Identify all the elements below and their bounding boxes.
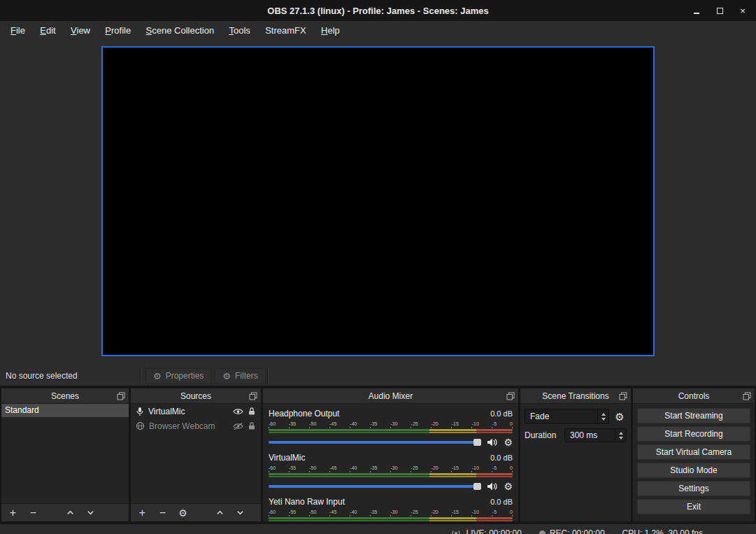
arrow-down-icon [601, 418, 606, 421]
volume-meter [269, 432, 513, 433]
menu-scene-collection[interactable]: Scene Collection [140, 21, 221, 41]
gear-icon: ⚙ [153, 372, 162, 381]
transition-properties-gear-icon[interactable]: ⚙ [613, 409, 627, 423]
obs-window: OBS 27.1.3 (linux) - Profile: James - Sc… [0, 0, 756, 534]
source-row-virtualmic[interactable]: VirtualMic [131, 404, 261, 419]
channel-name: VirtualMic [269, 453, 305, 463]
dock-popout-icon[interactable] [506, 392, 515, 400]
channel-volume-db: 0.0 dB [490, 498, 513, 506]
add-scene-button[interactable]: + [8, 507, 18, 519]
dock-popout-icon[interactable] [619, 392, 627, 400]
chevron-up-icon [66, 508, 75, 517]
chevron-down-icon [86, 508, 95, 517]
start-virtual-camera-button[interactable]: Start Virtual Camera [637, 444, 750, 460]
db-tick: 0 [510, 465, 513, 471]
channel-name: Yeti Nano Raw Input [269, 497, 345, 507]
channel-settings-gear-icon[interactable]: ⚙ [504, 437, 513, 447]
db-tick: -30 [390, 509, 397, 515]
volume-meter [269, 520, 513, 521]
combo-arrows [597, 409, 608, 423]
filters-label: Filters [235, 371, 258, 381]
visibility-off-icon[interactable] [233, 422, 243, 430]
source-move-down-button[interactable] [235, 507, 245, 519]
audio-mixer-title: Audio Mixer [369, 391, 413, 401]
speaker-icon[interactable] [487, 482, 498, 491]
start-streaming-button[interactable]: Start Streaming [637, 408, 750, 423]
minimize-button[interactable] [692, 6, 701, 15]
live-broadcast-icon [450, 529, 462, 534]
db-tick: -35 [370, 421, 377, 427]
source-move-up-button[interactable] [215, 507, 225, 519]
db-tick: -45 [329, 421, 336, 427]
rec-status: REC: 00:00:00 [539, 528, 605, 534]
db-tick: 0 [510, 421, 513, 427]
menu-file[interactable]: File [4, 21, 31, 41]
menu-streamfx[interactable]: StreamFX [259, 21, 313, 41]
settings-button[interactable]: Settings [637, 481, 750, 496]
scene-move-down-button[interactable] [85, 507, 96, 519]
scene-transitions-header: Scene Transitions [520, 388, 631, 404]
dock-popout-icon[interactable] [743, 392, 751, 400]
speaker-icon[interactable] [487, 437, 498, 447]
spin-down-button[interactable] [619, 437, 623, 440]
slider-handle[interactable] [473, 483, 481, 490]
volume-meter [269, 517, 513, 519]
remove-scene-button[interactable]: − [28, 507, 38, 519]
menu-profile[interactable]: Profile [99, 21, 137, 41]
duration-row: Duration 300 ms [525, 428, 627, 442]
menu-edit[interactable]: Edit [34, 21, 62, 41]
titlebar: OBS 27.1.3 (linux) - Profile: James - Sc… [0, 0, 756, 21]
source-row-browser-webcam[interactable]: Browser Webcam [131, 419, 261, 433]
filters-icon: ⚙ [222, 372, 231, 381]
source-properties-gear-icon[interactable]: ⚙ [178, 507, 188, 519]
start-recording-button[interactable]: Start Recording [637, 426, 750, 442]
scenes-list: Standard [1, 404, 129, 503]
properties-button[interactable]: ⚙ Properties [145, 368, 211, 384]
menu-view[interactable]: View [64, 21, 97, 41]
controls-body: Start Streaming Start Recording Start Vi… [633, 404, 755, 521]
remove-source-button[interactable]: − [157, 507, 168, 519]
volume-slider[interactable] [269, 437, 481, 447]
volume-row: ⚙ [269, 481, 513, 492]
volume-row: ⚙ [269, 437, 513, 448]
db-tick: -55 [289, 421, 296, 427]
close-button[interactable]: × [738, 6, 748, 15]
exit-button[interactable]: Exit [637, 499, 750, 514]
spin-arrows [615, 429, 626, 442]
db-tick: -40 [350, 465, 357, 471]
spin-up-button[interactable] [619, 432, 623, 435]
volume-slider[interactable] [269, 482, 481, 491]
scene-transitions-dock: Scene Transitions Fade ⚙ [520, 388, 631, 521]
dock-popout-icon[interactable] [117, 392, 125, 400]
controls-dock: Controls Start Streaming Start Recording… [633, 388, 755, 521]
window-title: OBS 27.1.3 (linux) - Profile: James - Sc… [267, 6, 488, 16]
microphone-icon [136, 407, 144, 416]
cpu-usage: CPU: 1.2%, 30.00 fps [622, 528, 703, 534]
maximize-button[interactable] [715, 6, 725, 15]
db-tick: -45 [329, 465, 336, 471]
slider-handle[interactable] [473, 439, 481, 446]
chevron-up-icon [215, 508, 224, 517]
dock-popout-icon[interactable] [249, 392, 257, 400]
scene-transitions-title: Scene Transitions [542, 391, 608, 401]
db-tick: -30 [390, 465, 397, 471]
menu-help[interactable]: Help [315, 21, 346, 41]
lock-icon[interactable] [248, 421, 256, 430]
scene-move-up-button[interactable] [65, 507, 76, 519]
scene-item-standard[interactable]: Standard [1, 404, 129, 417]
sources-title: Sources [180, 391, 211, 401]
audio-mixer-header: Audio Mixer [263, 388, 518, 404]
lock-icon[interactable] [248, 407, 256, 416]
menu-tools[interactable]: Tools [222, 21, 256, 41]
preview-canvas[interactable] [101, 46, 655, 356]
duration-spinbox[interactable]: 300 ms [564, 428, 627, 442]
transition-select[interactable]: Fade [525, 409, 609, 424]
volume-meter [269, 476, 513, 477]
mixer-channel-virtualmic: VirtualMic 0.0 dB -60-55-50-45-40-35-30-… [263, 448, 518, 492]
volume-meter [269, 429, 513, 431]
studio-mode-button[interactable]: Studio Mode [637, 463, 750, 478]
filters-button[interactable]: ⚙ Filters [215, 368, 265, 384]
visibility-eye-icon[interactable] [233, 407, 243, 416]
add-source-button[interactable]: + [137, 507, 148, 519]
channel-settings-gear-icon[interactable]: ⚙ [504, 482, 513, 491]
